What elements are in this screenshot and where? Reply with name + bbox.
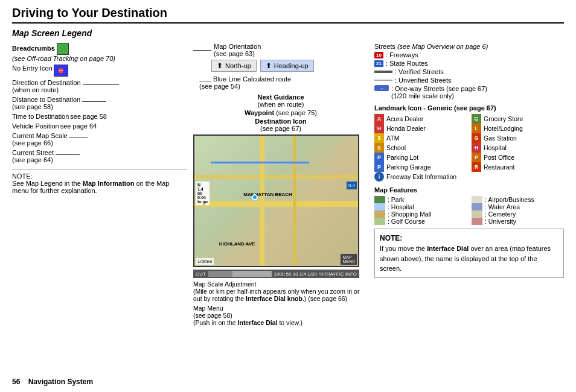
cemetery-swatch [472, 210, 482, 218]
map-menu-desc-text: (Push in on the Interface Dial to view.) [193, 319, 302, 326]
hospital-icon: H [472, 143, 481, 153]
mall-swatch [374, 210, 385, 218]
heading-icon: ⬆ [266, 62, 272, 70]
map-scale-display: N 1.4mi 0:04to go [196, 182, 210, 205]
hotel-label: Hotel/Lodging [484, 125, 523, 132]
golf-item: : Golf Course [374, 218, 467, 225]
hospital-label: Hospital [484, 144, 507, 151]
next-guidance-sub: (when en route) [257, 101, 304, 108]
direction-item: Direction of Destination (when en route) [12, 79, 187, 93]
breadcrumbs-icon [57, 43, 69, 55]
features-col2: : Airport/Business : Water Area : Cemete… [472, 196, 564, 225]
landmark-col1: A Acura Dealer H Honda Dealer $ ATM S Sc… [374, 114, 467, 182]
park-item: : Park [374, 196, 467, 203]
bottom-note: NOTE: See Map Legend in the Map Informat… [12, 169, 187, 194]
cemetery-label: : Cemetery [485, 210, 516, 218]
current-street-item: Current Street (see page 64) [12, 149, 187, 163]
map-display: MANHATTAN BEACH HIGHLAND AVE N 1.4mi 0:0… [193, 134, 359, 267]
map-distance-display: 0.4 [347, 182, 357, 189]
current-street-sub: (see page 64) [12, 156, 53, 163]
blue-line-desc: Calculated route [243, 75, 291, 83]
map-orientation-box: Map Orientation (see page 63) ⬆ North-up… [193, 43, 368, 72]
university-item: : University [472, 218, 564, 225]
no-entry-item: No Entry Icon ⛔ [12, 65, 187, 77]
map-orientation-label: Map Orientation [214, 43, 261, 50]
parking-lot-label: Parking Lot [386, 154, 418, 161]
landmark-col2: G Grocery Store L Hotel/Lodging G Gas St… [472, 114, 564, 182]
vehicle-position-indicator [252, 194, 258, 200]
features-col1: : Park : Hospital : Shopping Mall : Golf… [374, 196, 467, 225]
no-entry-label: No Entry Icon [12, 65, 53, 72]
north-up-label: North-up [225, 62, 251, 69]
map-scale-sub: (see page 66) [12, 139, 53, 147]
water-swatch [472, 203, 482, 210]
distance-item: Distance to Destination (see page 58) [12, 96, 187, 110]
blue-line-annotation: Blue Line Calculated route (see page 54) [199, 75, 368, 90]
direction-label: Direction of Destination [12, 79, 81, 86]
hospital-feature-label: : Hospital [388, 203, 414, 210]
grocery-icon: G [472, 114, 481, 124]
map-menu-section: Map Menu (see page 58) (Push in on the I… [193, 305, 368, 326]
no-entry-icon: ⛔ [54, 65, 68, 77]
atm-label: ATM [386, 134, 399, 142]
streets-section: Streets (see Map Overview on page 6) 10 … [374, 43, 564, 100]
acura-label: Acura Dealer [386, 115, 423, 122]
verified-street-item: : Verified Streets [374, 68, 564, 75]
blue-line-sub: (see page 54) [199, 83, 240, 90]
vehicle-pos-sub: see page 64 [60, 122, 97, 130]
post-icon: P [472, 153, 481, 162]
map-scale-label: Current Map Scale [12, 132, 68, 139]
atm-icon: $ [374, 133, 384, 143]
center-panel: Map Orientation (see page 63) ⬆ North-up… [193, 43, 368, 326]
waypoint-label: Waypoint (see page 75) [245, 109, 317, 116]
oneway-street-item: → : One-way Streets (see page 67)(1/20 m… [374, 85, 564, 100]
golf-swatch [374, 218, 385, 225]
left-panel: Breadcrumbs (see Off-road Tracking on pa… [12, 43, 187, 326]
freeway-exit-item: i Freeway Exit Information [374, 172, 467, 182]
north-up-button[interactable]: ⬆ North-up [211, 60, 257, 72]
parking-garage-item: P Parking Garage [374, 162, 467, 172]
honda-dealer-item: H Honda Dealer [374, 124, 467, 133]
vehicle-pos-item: Vehicle Position see page 64 [12, 122, 187, 130]
right-note-text: If you move the Interface Dial over an a… [380, 244, 558, 274]
right-note-title: NOTE: [380, 233, 558, 244]
next-guidance-label: Next Guidance [257, 93, 304, 101]
traffic-info-label: %TRAFFIC INFO [319, 271, 357, 277]
breadcrumbs-label: Breadcrumbs [12, 45, 55, 52]
cemetery-item: : Cemetery [472, 210, 564, 218]
post-office-item: P Post Office [472, 153, 564, 162]
blue-line-label: Blue Line [213, 75, 241, 83]
park-label: : Park [388, 196, 404, 203]
map-menu-label: Map Menu [193, 305, 223, 312]
distance-sub: (see page 58) [12, 103, 53, 110]
parking-garage-icon: P [374, 162, 384, 172]
gas-icon: G [472, 133, 481, 143]
next-guidance-annotation: Next Guidance (when en route) [193, 93, 368, 108]
map-scale-adj-desc: (Mile or km per half-inch appears only w… [193, 288, 359, 302]
freeway-label: : Freeways [386, 51, 418, 58]
restaurant-label: Restaurant [484, 163, 514, 171]
unverified-label: : Unverified Streets [395, 77, 452, 84]
map-scale-bar: 1/20mi [196, 258, 214, 265]
landmark-grid: A Acura Dealer H Honda Dealer $ ATM S Sc… [374, 114, 564, 182]
hospital-feature-item: : Hospital [374, 203, 467, 210]
hospital-swatch [374, 203, 385, 210]
water-label: : Water Area [485, 203, 520, 210]
gas-label: Gas Station [484, 134, 517, 142]
verified-line [374, 71, 392, 73]
vehicle-pos-label: Vehicle Position [12, 122, 59, 130]
park-swatch [374, 196, 385, 203]
heading-up-button[interactable]: ⬆ Heading-up [260, 60, 314, 72]
direction-sub: (when en route) [12, 86, 59, 93]
school-icon: S [374, 143, 384, 153]
time-item: Time to Destination see page 58 [12, 113, 187, 120]
honda-label: Honda Dealer [386, 125, 426, 132]
school-item: S School [374, 143, 467, 153]
streets-title: Streets (see Map Overview on page 6) [374, 43, 564, 50]
water-item: : Water Area [472, 203, 564, 210]
map-menu-button[interactable]: MAPMENU [341, 254, 357, 265]
right-panel: Streets (see Map Overview on page 6) 10 … [374, 43, 564, 326]
nav-system-label: Navigation System [28, 378, 93, 386]
grocery-store-item: G Grocery Store [472, 114, 564, 124]
features-grid: : Park : Hospital : Shopping Mall : Golf… [374, 196, 564, 225]
